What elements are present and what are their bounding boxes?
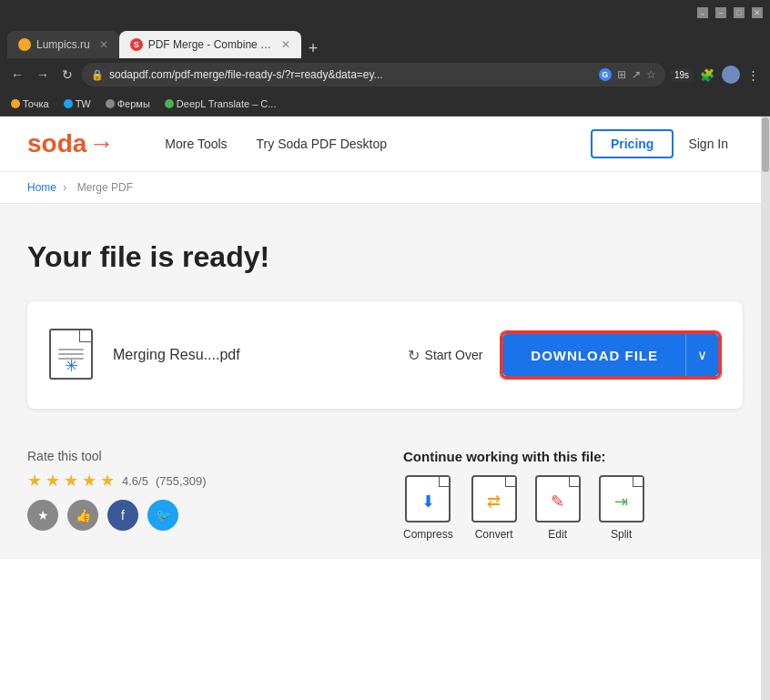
address-bar[interactable]: 🔒 sodapdf.com/pdf-merge/file-ready-s/?r=…: [82, 63, 665, 86]
bottom-section: Rate this tool ★ ★ ★ ★ ★ 4.6/5 (755,309)…: [0, 449, 770, 559]
deepl-icon: [165, 99, 174, 108]
star-1[interactable]: ★: [27, 471, 42, 491]
star-bookmark-icon: ☆: [646, 68, 656, 81]
star-3[interactable]: ★: [64, 471, 78, 491]
star-5[interactable]: ★: [100, 471, 115, 491]
bookmark-tochka[interactable]: Точка: [7, 96, 53, 111]
convert-icon-box: ⇄: [471, 475, 517, 522]
address-actions: G ⊞ ↗ ☆: [599, 68, 656, 81]
main-area: Your file is ready! ✳ Merg: [0, 204, 770, 449]
chevron-btn[interactable]: ⌄: [697, 7, 708, 18]
merge-icon: ✳: [65, 357, 78, 375]
edit-icon-box: ✎: [535, 475, 581, 522]
address-text: sodapdf.com/pdf-merge/file-ready-s/?r=re…: [109, 68, 593, 81]
bookmark-tw-label: TW: [76, 98, 91, 109]
twitter-icon[interactable]: 🐦: [147, 500, 178, 531]
start-over-button[interactable]: ↻ Start Over: [408, 347, 483, 364]
ready-title: Your file is ready!: [27, 240, 743, 274]
browser-chrome: ⌄ – □ ✕ Lumpics.ru ✕ S PDF Merge - Combi…: [0, 0, 770, 117]
reload-button[interactable]: ↻: [58, 66, 76, 84]
tool-compress[interactable]: ⬇ Compress: [403, 475, 453, 541]
page-wrapper: soda→ More Tools Try Soda PDF Desktop Pr…: [0, 117, 770, 700]
breadcrumb-home[interactable]: Home: [27, 181, 56, 194]
back-button[interactable]: ←: [7, 66, 27, 84]
bookmark-tw[interactable]: TW: [60, 96, 95, 111]
thumb-social-icon[interactable]: 👍: [67, 500, 98, 531]
file-line-2: [58, 353, 84, 355]
continue-section: Continue working with this file: ⬇ Compr…: [403, 449, 743, 541]
file-card: ✳ Merging Resu....pdf ↻ Start Over DOWNL…: [27, 301, 743, 409]
file-line-1: [58, 349, 84, 350]
star-4[interactable]: ★: [82, 471, 96, 491]
tab-lumpics[interactable]: Lumpics.ru ✕: [7, 31, 119, 58]
edit-symbol: ✎: [551, 492, 564, 512]
split-symbol: ⇥: [614, 492, 628, 512]
breadcrumb-separator: ›: [63, 181, 66, 194]
restore-btn[interactable]: □: [734, 7, 745, 18]
extensions-icon[interactable]: 19s: [671, 68, 693, 82]
scrollbar-thumb: [762, 117, 769, 172]
sign-in-link[interactable]: Sign In: [674, 137, 743, 151]
rate-title: Rate this tool: [27, 449, 367, 463]
forward-button[interactable]: →: [33, 66, 53, 84]
start-over-label: Start Over: [425, 348, 483, 362]
translate-icon: ⊞: [617, 68, 626, 81]
puzzle-icon[interactable]: 🧩: [696, 66, 718, 84]
profile-icon[interactable]: [722, 66, 740, 84]
bookmark-fermy[interactable]: Фермы: [102, 96, 154, 111]
facebook-icon[interactable]: f: [107, 500, 138, 531]
bookmark-deepl[interactable]: DeepL Translate – C...: [161, 96, 280, 111]
new-tab-button[interactable]: +: [301, 39, 326, 58]
download-file-button[interactable]: DOWNLOAD FILE: [503, 334, 685, 376]
file-icon-wrap: ✳: [49, 329, 95, 381]
star-social-icon[interactable]: ★: [27, 500, 58, 531]
share-icon: ↗: [632, 68, 641, 81]
tool-icons: ⬇ Compress ⇄ Convert ✎ Edit: [403, 475, 743, 541]
breadcrumb-current: Merge PDF: [77, 181, 133, 194]
address-bar-row: ← → ↻ 🔒 sodapdf.com/pdf-merge/file-ready…: [0, 58, 770, 91]
tab-lumpics-close[interactable]: ✕: [99, 38, 108, 51]
tool-convert[interactable]: ⇄ Convert: [471, 475, 517, 541]
tab-pdf-merge-close[interactable]: ✕: [281, 38, 290, 51]
split-label: Split: [611, 528, 632, 541]
tool-edit[interactable]: ✎ Edit: [535, 475, 581, 541]
close-btn[interactable]: ✕: [752, 7, 763, 18]
more-tools-link[interactable]: More Tools: [150, 137, 241, 151]
tab-bar: Lumpics.ru ✕ S PDF Merge - Combine PDF F…: [0, 25, 770, 58]
tab-lumpics-label: Lumpics.ru: [36, 38, 90, 51]
compress-label: Compress: [403, 528, 453, 541]
site-logo[interactable]: soda→: [27, 129, 114, 158]
breadcrumb: Home › Merge PDF: [0, 172, 770, 204]
download-dropdown-button[interactable]: ∨: [685, 334, 718, 376]
star-2[interactable]: ★: [46, 471, 60, 491]
logo-arrow: →: [88, 129, 114, 158]
rating-count: (755,309): [156, 474, 207, 488]
file-badge: ✳: [65, 356, 78, 376]
convert-label: Convert: [475, 528, 513, 541]
split-icon-box: ⇥: [599, 475, 644, 522]
menu-button[interactable]: ⋮: [744, 66, 763, 84]
edit-label: Edit: [548, 528, 567, 541]
tab-pdf-merge[interactable]: S PDF Merge - Combine PDF Files ✕: [119, 31, 301, 58]
pdf-merge-favicon: S: [130, 38, 143, 51]
bookmark-deepl-label: DeepL Translate – C...: [177, 98, 277, 109]
convert-symbol: ⇄: [487, 492, 501, 512]
page-content: soda→ More Tools Try Soda PDF Desktop Pr…: [0, 117, 770, 700]
toolbar-icons: 19s 🧩 ⋮: [671, 66, 763, 84]
lumpics-favicon: [18, 38, 31, 51]
social-icons: ★ 👍 f 🐦: [27, 500, 367, 531]
tochka-icon: [11, 99, 20, 108]
compress-icon-box: ⬇: [405, 475, 451, 522]
scrollbar[interactable]: [761, 117, 770, 700]
compress-symbol: ⬇: [421, 492, 435, 512]
tool-split[interactable]: ⇥ Split: [599, 475, 644, 541]
bookmark-fermy-label: Фермы: [117, 98, 150, 109]
refresh-icon: ↻: [408, 347, 420, 364]
window-controls: ⌄ – □ ✕: [697, 7, 763, 18]
tab-pdf-merge-label: PDF Merge - Combine PDF Files: [148, 38, 272, 51]
bookmark-tochka-label: Точка: [23, 98, 49, 109]
title-bar: ⌄ – □ ✕: [0, 0, 770, 25]
pricing-button[interactable]: Pricing: [591, 129, 674, 158]
minimize-btn[interactable]: –: [715, 7, 726, 18]
try-desktop-link[interactable]: Try Soda PDF Desktop: [242, 137, 401, 151]
